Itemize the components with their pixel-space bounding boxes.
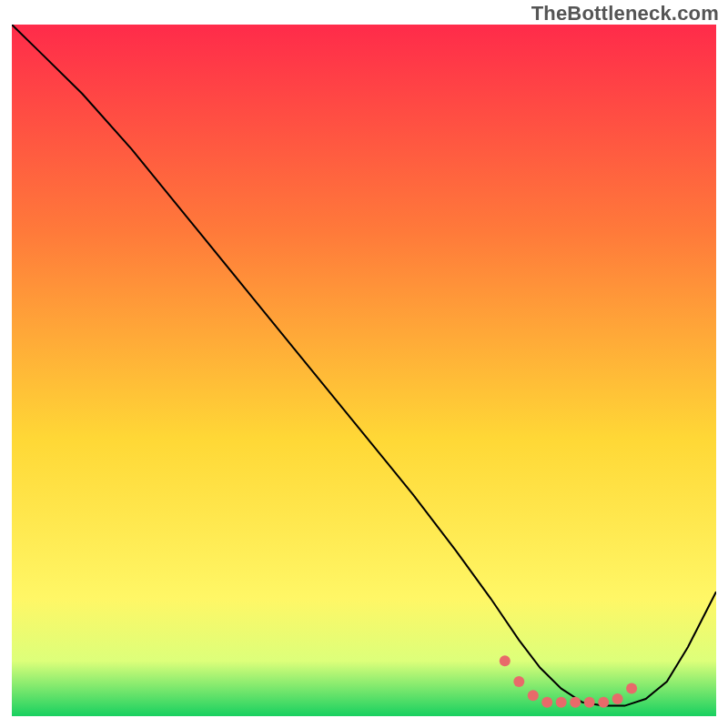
range-marker [556, 697, 567, 708]
gradient-background [12, 25, 716, 716]
chart-svg [12, 25, 716, 716]
range-marker [598, 697, 609, 708]
range-marker [626, 683, 637, 694]
watermark-text: TheBottleneck.com [531, 2, 719, 25]
range-marker [612, 693, 623, 704]
range-marker [570, 697, 581, 708]
range-marker [513, 676, 524, 687]
range-marker [541, 697, 552, 708]
range-marker [500, 655, 511, 666]
range-marker [584, 697, 595, 708]
range-marker [528, 690, 539, 701]
chart-container: TheBottleneck.com [0, 0, 728, 728]
plot-area [12, 25, 716, 716]
